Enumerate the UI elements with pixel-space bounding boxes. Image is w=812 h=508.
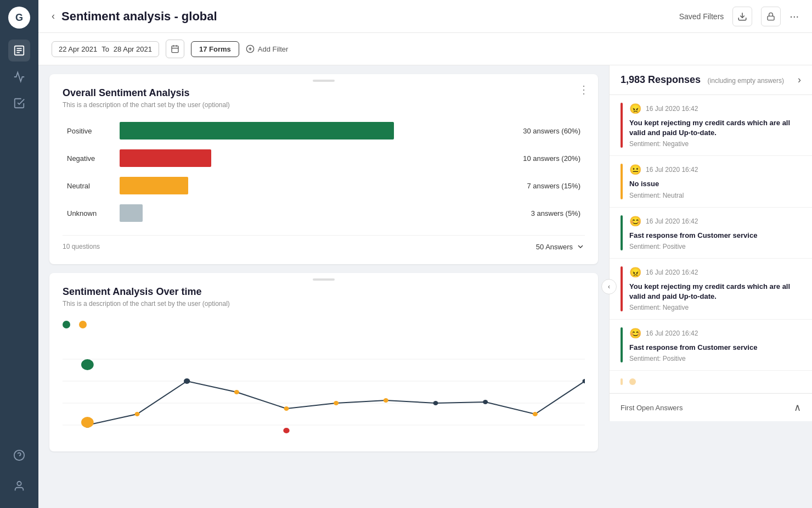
bar-track-unknown [120,204,516,222]
data-point-6 [334,401,339,405]
line-chart-svg [63,337,585,436]
data-point-10 [533,412,538,416]
neutral-legend-dot [81,417,94,428]
data-point-3 [184,378,190,384]
response-accent-partial [621,378,623,385]
sidebar-item-forms[interactable] [8,40,30,62]
response-text-1: You kept rejecting my credit cards which… [629,118,801,138]
response-item[interactable]: 😠 16 Jul 2020 16:42 You kept rejecting m… [610,259,812,320]
bar-label-positive: Positive [67,127,111,135]
response-item[interactable]: 😠 16 Jul 2020 16:42 You kept rejecting m… [610,95,812,156]
response-item-partial [610,371,812,393]
negative-data-point [283,428,289,433]
response-sentiment-3: Sentiment: Positive [629,243,801,250]
sidebar-item-tasks[interactable] [8,92,30,114]
bar-fill-negative [120,149,211,167]
response-list: 😠 16 Jul 2020 16:42 You kept rejecting m… [610,95,812,393]
response-sentiment-1: Sentiment: Negative [629,140,801,148]
date-range-display: 22 Apr 2021 To 28 Apr 2021 [52,41,159,57]
questions-count: 10 questions [63,243,100,250]
response-accent-4 [621,266,623,311]
help-icon[interactable] [8,444,30,466]
response-time-2: 16 Jul 2020 16:42 [646,166,698,174]
response-time-3: 16 Jul 2020 16:42 [646,217,698,225]
bar-fill-unknown [120,204,143,222]
download-button[interactable] [732,7,752,26]
legend-dot-neutral [79,321,87,328]
response-emoji-5: 😊 [629,327,641,339]
response-emoji-1: 😠 [629,103,641,115]
response-text-4: You kept rejecting my credit cards which… [629,282,801,302]
bar-label-neutral: Neutral [67,182,111,190]
response-item[interactable]: 😐 16 Jul 2020 16:42 No issue Sentiment: … [610,156,812,207]
response-meta-3: 😊 16 Jul 2020 16:42 [629,215,801,227]
response-emoji-2: 😐 [629,164,641,176]
overall-bar-chart: Positive 30 answers (60%) Negative 10 an… [63,122,585,222]
response-item[interactable]: 😊 16 Jul 2020 16:42 Fast response from C… [610,208,812,259]
response-item[interactable]: 😊 16 Jul 2020 16:42 Fast response from C… [610,320,812,371]
sidebar-logo[interactable]: G [8,7,30,29]
response-sub: (including empty answers) [708,77,784,85]
data-point-9 [483,400,488,404]
positive-legend-dot [81,359,94,370]
collapse-panel-button[interactable]: ‹ [601,279,617,294]
bar-row-neutral: Neutral 7 answers (15%) [67,177,580,194]
more-options-button[interactable]: ··· [790,10,799,23]
add-filter-button[interactable]: Add Filter [246,44,289,53]
page-title: Sentiment analysis - global [61,9,679,24]
content-layout: ⋮ Overall Sentiment Analysis This is a d… [38,65,812,508]
bar-row-positive: Positive 30 answers (60%) [67,122,580,139]
response-count: 1,983 Responses [621,74,701,85]
panel-expand-button[interactable]: › [798,74,801,86]
chart-menu-button[interactable]: ⋮ [578,83,589,96]
saved-filters-button[interactable]: Saved Filters [679,12,724,21]
line-chart-container [63,321,585,438]
forms-filter-button[interactable]: 17 Forms [191,41,239,57]
date-to-label: To [101,45,109,53]
response-time-4: 16 Jul 2020 16:42 [646,269,698,276]
response-meta-5: 😊 16 Jul 2020 16:42 [629,327,801,339]
svg-rect-8 [768,16,774,20]
sidebar-item-analytics[interactable] [8,66,30,88]
date-to: 28 Apr 2021 [114,45,152,53]
response-text-3: Fast response from Customer service [629,231,801,241]
response-accent-1 [621,103,623,148]
partial-emoji-hint [629,378,636,385]
response-meta-2: 😐 16 Jul 2020 16:42 [629,164,801,176]
profile-icon[interactable] [8,475,30,497]
sidebar: G [0,0,38,508]
lock-button[interactable] [761,7,781,26]
response-accent-5 [621,327,623,362]
response-accent-3 [621,215,623,250]
bar-row-negative: Negative 10 answers (20%) [67,149,580,167]
chart-overall-footer: 10 questions 50 Answers [63,235,585,251]
drag-handle-overtime[interactable] [313,278,335,281]
chart-overall-desc: This is a description of the chart set b… [63,101,585,109]
overall-sentiment-card: ⋮ Overall Sentiment Analysis This is a d… [49,74,598,264]
data-point-2 [134,412,139,416]
bar-track-negative [120,149,507,167]
bar-track-neutral [120,177,511,194]
response-accent-2 [621,164,623,199]
response-meta-4: 😠 16 Jul 2020 16:42 [629,266,801,278]
charts-area: ⋮ Overall Sentiment Analysis This is a d… [38,65,609,508]
response-content-3: 😊 16 Jul 2020 16:42 Fast response from C… [629,215,801,250]
calendar-button[interactable] [166,40,184,58]
bar-value-negative: 10 answers (20%) [523,154,580,163]
back-button[interactable]: ‹ [52,10,55,22]
response-time-5: 16 Jul 2020 16:42 [646,330,698,337]
panel-footer-toggle[interactable]: ∧ [794,401,801,414]
bar-value-positive: 30 answers (60%) [523,127,580,135]
drag-handle[interactable] [313,80,335,82]
add-filter-label: Add Filter [258,45,289,53]
response-sentiment-5: Sentiment: Positive [629,355,801,362]
bar-label-unknown: Unknown [67,209,111,217]
legend-dot-positive [63,321,70,328]
response-text-5: Fast response from Customer service [629,343,801,353]
panel-footer: First Open Answers ∧ [610,393,812,421]
bar-track-positive [120,122,507,139]
response-emoji-4: 😠 [629,266,641,278]
response-content-1: 😠 16 Jul 2020 16:42 You kept rejecting m… [629,103,801,148]
bar-label-negative: Negative [67,154,111,163]
answers-toggle-button[interactable]: 50 Answers [536,242,585,251]
